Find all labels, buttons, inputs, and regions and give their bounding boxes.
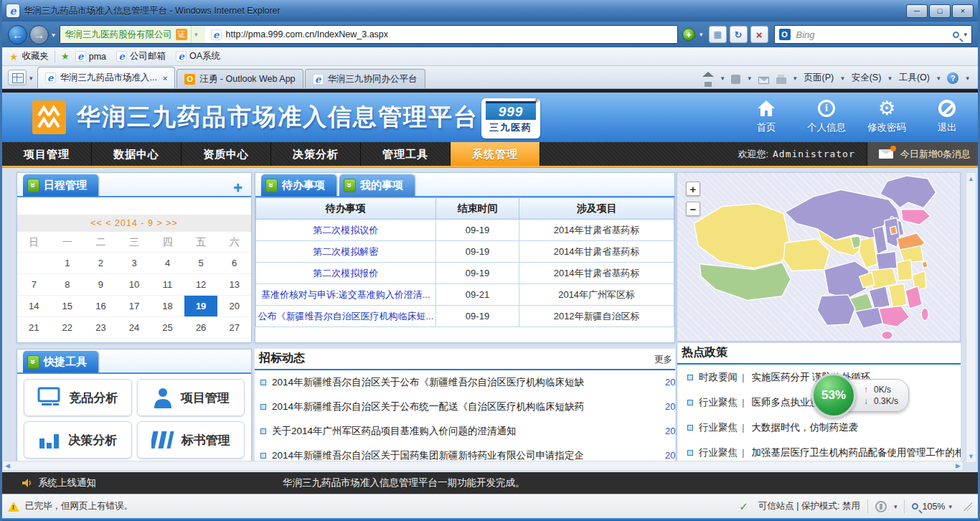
message-zone[interactable]: 今日新增0条消息 [867, 142, 978, 166]
calendar-day[interactable]: 13 [217, 273, 251, 295]
home-icon[interactable] [705, 77, 712, 87]
forward-button[interactable]: → [29, 25, 49, 44]
calendar-day[interactable] [151, 338, 184, 343]
china-map-panel[interactable]: + − [677, 172, 961, 342]
calendar-day[interactable]: 30 [84, 338, 118, 343]
quick-tools-tab[interactable]: » 快捷工具 [23, 351, 98, 372]
tab-outlook[interactable]: O 汪勇 - Outlook Web App [176, 69, 303, 88]
warning-icon[interactable]: ! [8, 502, 19, 512]
calendar-day[interactable]: 26 [184, 316, 218, 338]
todo-tab[interactable]: » 待办事项 [261, 174, 336, 196]
page-menu[interactable]: 页面(P) [804, 72, 834, 84]
news-item[interactable]: 关于2014年广州军区药品项目基准购入价问题的澄清通知 2014-09-19 [255, 419, 675, 443]
tab-close-icon[interactable]: × [163, 74, 167, 83]
calendar-day[interactable]: 27 [217, 316, 251, 338]
refresh-button[interactable]: ↻ [730, 26, 748, 43]
print-dropdown-icon[interactable]: ▾ [793, 75, 797, 82]
calendar-day[interactable] [217, 338, 251, 343]
calendar-day[interactable]: 18 [151, 295, 184, 316]
calendar-day[interactable]: 12 [184, 273, 218, 295]
close-button[interactable]: × [952, 4, 974, 18]
read-mail-icon[interactable] [758, 77, 769, 84]
add-schedule-button[interactable]: + [233, 179, 242, 197]
my-items-tab[interactable]: » 我的事项 [339, 174, 415, 196]
stop-button[interactable]: × [750, 26, 768, 43]
todo-link[interactable]: 第二次模拟解密 [256, 241, 436, 263]
favorite-link-oa[interactable]: e OA系统 [176, 50, 220, 62]
help-dropdown-icon[interactable]: ▾ [966, 75, 969, 82]
calendar-month-nav[interactable]: << < 2014 - 9 > >> [17, 215, 251, 232]
tools-dropdown-icon[interactable]: ▾ [937, 75, 941, 82]
history-dropdown-icon[interactable]: ▾ [52, 31, 55, 39]
schedule-tab[interactable]: » 日程管理 [23, 174, 98, 196]
tool-project-management[interactable]: 项目管理 [137, 379, 245, 416]
calendar-day[interactable]: 6 [217, 252, 251, 273]
calendar-day[interactable]: 28 [17, 338, 51, 343]
calendar-day[interactable]: 29 [51, 338, 85, 343]
url-text[interactable]: http://pma.999.com.cn/IndexNew_3.aspx [226, 29, 389, 39]
maximize-button[interactable]: □ [929, 4, 951, 18]
favorites-label[interactable]: 收藏夹 [22, 50, 50, 62]
search-dropdown-icon[interactable]: ▾ [963, 31, 967, 38]
zone-globe-icon[interactable] [875, 501, 887, 512]
todo-link[interactable]: 第二次模拟报价 [256, 263, 436, 284]
zone-dropdown-icon[interactable]: ▾ [894, 503, 897, 510]
calendar-day[interactable]: 3 [118, 252, 151, 273]
speed-percent[interactable]: 53% [811, 373, 856, 418]
vertical-scrollbar[interactable]: ▲ ▼ [966, 172, 976, 463]
minimize-button[interactable]: ─ [906, 4, 928, 18]
page-dropdown-icon[interactable]: ▾ [841, 75, 844, 82]
nav-data-center[interactable]: 数据中心 [92, 142, 182, 166]
nav-management-tools[interactable]: 管理工具 [361, 142, 451, 166]
calendar-day[interactable]: 16 [84, 295, 118, 316]
site-dropdown-icon[interactable]: ▾ [191, 26, 201, 43]
calendar-day[interactable]: 2 [84, 252, 118, 273]
calendar-day[interactable] [118, 338, 151, 343]
calendar-day[interactable]: 5 [184, 252, 218, 273]
change-password-button[interactable]: ⚙ 修改密码 [866, 98, 908, 134]
todo-link[interactable]: 第二次模拟议价 [256, 220, 436, 241]
favorite-link-pma[interactable]: e pma [75, 51, 106, 62]
scroll-right-icon[interactable]: ▶ [956, 460, 961, 471]
calendar-day[interactable] [184, 338, 218, 343]
address-field[interactable]: 华润三九医药股份有限公司 证 ▾ e http://pma.999.com.cn… [60, 25, 678, 44]
trust-zone-label[interactable]: 可信站点 | 保护模式: 禁用 [758, 500, 860, 512]
search-box[interactable]: O ▾ [774, 25, 972, 44]
tools-menu[interactable]: 工具(O) [899, 72, 930, 84]
calendar-day-selected[interactable]: 19 [184, 295, 218, 316]
calendar-day[interactable]: 25 [151, 316, 184, 338]
zoom-dropdown-icon[interactable]: ▾ [948, 503, 952, 510]
tab-oa[interactable]: e 华润三九协同办公平台 [305, 69, 425, 88]
logout-button[interactable]: 退出 [926, 98, 968, 134]
tool-competitor-analysis[interactable]: 竞品分析 [24, 379, 132, 416]
more-link[interactable]: 更多 [654, 354, 672, 366]
nav-system-management[interactable]: 系统管理 [451, 142, 540, 166]
map-zoom-in-button[interactable]: + [686, 182, 700, 196]
scroll-left-icon[interactable]: ◀ [5, 460, 10, 471]
calendar-day[interactable]: 11 [151, 273, 184, 295]
todo-link[interactable]: 基准价核对与申诉:递交基准购入价澄清... [256, 284, 436, 306]
favorite-link-mail[interactable]: e 公司邮箱 [116, 50, 166, 62]
tool-bid-management[interactable]: 标书管理 [137, 421, 245, 459]
back-button[interactable]: ← [8, 25, 27, 44]
calendar-day[interactable]: 20 [217, 295, 251, 316]
rss-dropdown-icon[interactable]: ▾ [748, 75, 751, 82]
search-icon[interactable] [953, 32, 959, 38]
safety-menu-dropdown-icon[interactable]: ▾ [888, 75, 892, 82]
nav-qualification-center[interactable]: 资质中心 [182, 142, 271, 166]
calendar-day[interactable]: 23 [84, 316, 118, 338]
todo-link[interactable]: 公布《新疆维吾尔自治区医疗机构临床短... [256, 306, 436, 327]
search-input[interactable] [795, 29, 949, 41]
nav-decision-analysis[interactable]: 决策分析 [271, 142, 361, 166]
quick-tabs-button[interactable] [8, 70, 27, 85]
scroll-down-icon[interactable]: ▼ [968, 451, 974, 462]
calendar-day[interactable]: 7 [17, 273, 51, 295]
map-zoom-out-button[interactable]: − [686, 202, 700, 216]
news-item[interactable]: 2014年新疆维吾尔自治区关于公布《新疆维吾尔自治区医疗机构临床短缺 2014-… [255, 370, 675, 395]
policy-item[interactable]: 行业聚焦 | 大数据时代，仿制药逆袭 [677, 415, 961, 440]
calendar-day[interactable]: 24 [118, 316, 151, 338]
tool-decision-analysis[interactable]: 决策分析 [24, 421, 132, 459]
calendar-day[interactable]: 14 [17, 295, 51, 316]
calendar-day[interactable]: 1 [51, 252, 85, 273]
nav-project-management[interactable]: 项目管理 [2, 142, 92, 166]
